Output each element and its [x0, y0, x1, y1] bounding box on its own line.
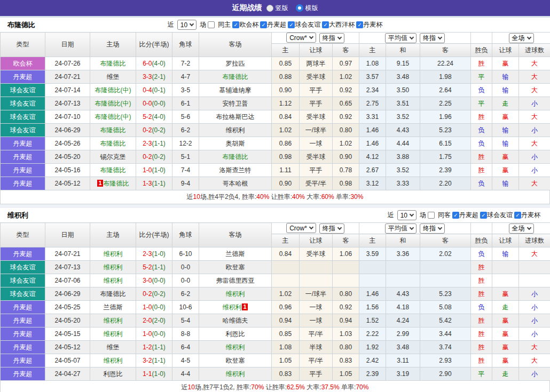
recent-count-select[interactable]: 10	[177, 20, 197, 30]
away-team: 维积利	[199, 367, 272, 381]
same-venue-filter[interactable]: 同客	[428, 211, 451, 220]
score-cell: 3-3(2-1)	[136, 70, 172, 84]
section-divider	[0, 204, 550, 208]
index-type-select-2[interactable]: 终指	[420, 33, 445, 43]
league-label-4: 丹麦杯	[363, 20, 382, 29]
league-filter-1[interactable]: ✓丹麦超	[260, 20, 286, 29]
home-team: 维积利	[90, 327, 136, 341]
handicap-odds-2: 1.02	[333, 70, 359, 84]
match-date: 24-05-12	[45, 177, 90, 190]
table-row: 球会友谊24-06-29布隆德比0-2(0-2)6-2维积利1.02一/球半0.…	[1, 287, 550, 301]
same-venue-filter[interactable]: 同主	[208, 20, 231, 29]
league-type-badge: 丹麦超	[1, 177, 45, 190]
view-radio-vertical[interactable]: 竖版	[266, 4, 288, 13]
summary-segment-3: 40%	[256, 193, 269, 201]
index-type-select-2-value: 终指	[423, 34, 436, 43]
bookmaker-select[interactable]: Crow*	[286, 223, 316, 233]
home-team: 布隆德比	[90, 124, 136, 137]
league-filter-3[interactable]: ✓大西洋杯	[322, 20, 355, 29]
score-cell: 2-3(1-1)	[136, 137, 172, 150]
average-odds-0: 1.52	[359, 314, 386, 327]
bookmaker-select-value: Crow*	[289, 225, 307, 232]
corner-count: 4-7	[172, 70, 199, 84]
sub-header-8: 进球数	[519, 44, 550, 57]
index-type-select[interactable]: 终指	[319, 223, 344, 234]
average-select[interactable]: 平均值	[385, 33, 417, 43]
index-type-select-2[interactable]: 终指	[420, 223, 445, 234]
radio-unchecked-icon[interactable]	[266, 5, 273, 12]
table-row: 丹麦超24-05-26布隆德比2-3(1-1)12-2奥胡斯0.86一球1.02…	[1, 137, 550, 150]
sub-header-5: 客	[420, 234, 471, 247]
scope-select[interactable]: 全场	[509, 33, 534, 43]
handicap-odds-1	[300, 274, 333, 287]
col-header-1: 日期	[45, 223, 90, 247]
league-checkbox-3[interactable]: ✓	[322, 21, 329, 28]
result-2: 大	[519, 247, 550, 261]
table-row: 欧会杯24-07-26布隆德比6-0(4-0)7-2罗拉匹0.85两球半0.97…	[1, 57, 550, 70]
league-filter-4[interactable]: ✓丹麦杯	[356, 20, 382, 29]
away-team: 欧登塞	[199, 354, 272, 367]
page-title: 近期战绩	[232, 3, 262, 13]
scope-select[interactable]: 全场	[509, 223, 534, 234]
summary-segment-7: 60%	[321, 193, 334, 201]
result-header-spacer	[471, 223, 492, 234]
scope-header: 全场	[492, 223, 550, 234]
result-1: 赢	[492, 150, 519, 164]
home-team: 维积利	[90, 247, 136, 261]
average-odds-0: 2.39	[359, 367, 386, 381]
league-checkbox-1[interactable]: ✓	[260, 21, 267, 28]
table-row: 丹麦超24-05-15维积利1-0(0-0)8-8利恩比0.85平/半1.032…	[1, 327, 550, 341]
away-team: 欧登塞	[199, 261, 272, 274]
handicap-odds-2: 0.97	[333, 57, 359, 70]
view-radio-horizontal[interactable]: 横版	[296, 4, 318, 13]
score-cell: 0-2(0-2)	[136, 287, 172, 301]
league-checkbox-2[interactable]: ✓	[288, 21, 295, 28]
away-team: 安特卫普	[199, 97, 272, 110]
handicap-odds-0: 0.96	[272, 301, 300, 314]
result-1: 赢	[492, 110, 519, 124]
league-filter-2[interactable]: ✓丹麦杯	[514, 211, 540, 220]
fulltime-score: 2-3	[143, 140, 152, 147]
away-team: 布隆德比	[199, 70, 272, 84]
league-filter-2[interactable]: ✓球会友谊	[288, 20, 320, 29]
handicap-odds-2: 1.02	[333, 137, 359, 150]
same-venue-checkbox[interactable]	[428, 212, 435, 219]
away-team: 维积利1	[199, 301, 272, 314]
league-checkbox-1[interactable]: ✓	[480, 212, 487, 219]
match-date: 24-07-26	[45, 57, 90, 70]
league-checkbox-0[interactable]: ✓	[452, 212, 459, 219]
sub-header-5: 客	[420, 44, 471, 57]
results-table-2: 类型日期主场比分(半场)角球客场Crow*终指平均值终指全场主让球客主和客胜负让…	[0, 222, 550, 381]
corner-count: 6-2	[172, 124, 199, 137]
average-odds-1: 4.24	[386, 314, 420, 327]
recent-count-select[interactable]: 10	[397, 210, 417, 220]
index-type-select[interactable]: 终指	[319, 33, 344, 43]
summary-segment-0: 近	[187, 193, 193, 201]
match-date: 24-07-06	[45, 274, 90, 287]
same-venue-checkbox[interactable]	[208, 21, 215, 28]
bookmaker-select[interactable]: Crow*	[286, 33, 316, 43]
handicap-odds-1	[300, 261, 333, 274]
home-team: 维积利	[90, 314, 136, 327]
sub-header-4: 和	[386, 44, 420, 57]
summary-1: 近10场,胜4平2负4, 胜率:40% 让胜率:40% 大率:60% 单率:30…	[0, 190, 550, 204]
league-type-badge: 球会友谊	[1, 287, 45, 301]
average-select[interactable]: 平均值	[385, 223, 417, 234]
bookmaker-select-value: Crow*	[289, 34, 307, 42]
europe-odds-header: 平均值终指	[359, 33, 471, 44]
league-filter-0[interactable]: ✓欧会杯	[232, 20, 258, 29]
home-team-name: 布隆德比	[100, 166, 126, 174]
average-odds-0	[359, 261, 386, 274]
league-checkbox-2[interactable]: ✓	[514, 212, 521, 219]
league-filter-0[interactable]: ✓丹麦超	[452, 211, 478, 220]
home-team-name: 维堡	[107, 343, 120, 351]
league-filter-1[interactable]: ✓球会友谊	[480, 211, 513, 220]
average-odds-1: 2.99	[386, 327, 420, 341]
radio-checked-icon[interactable]	[296, 4, 303, 12]
league-checkbox-4[interactable]: ✓	[356, 21, 363, 28]
league-checkbox-0[interactable]: ✓	[232, 21, 239, 28]
handicap-odds-1: 平手	[300, 367, 333, 381]
league-type-badge: 球会友谊	[1, 274, 45, 287]
league-label-3: 大西洋杯	[329, 20, 355, 29]
handicap-odds-0: 0.94	[272, 314, 300, 327]
